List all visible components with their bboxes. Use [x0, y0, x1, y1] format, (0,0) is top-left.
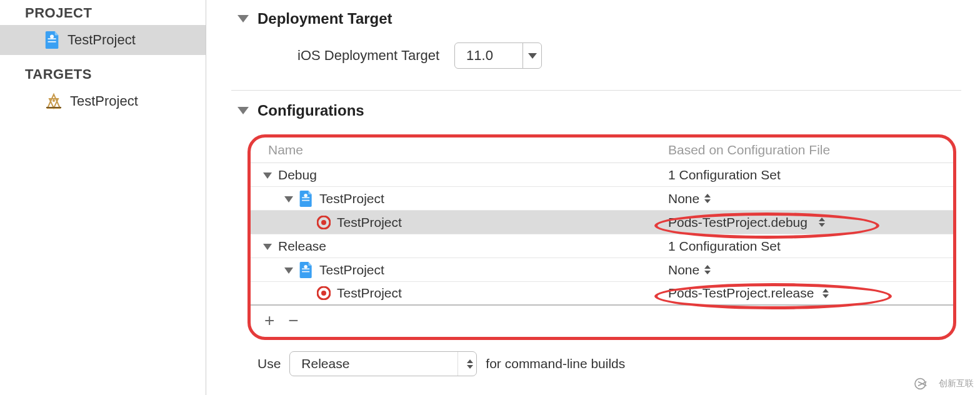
project-navigator: PROJECT TestProject TARGETS TestProject — [0, 0, 206, 395]
project-name: TestProject — [68, 32, 136, 48]
project-item[interactable]: TestProject — [0, 25, 206, 55]
config-value: None — [668, 191, 699, 206]
svg-point-6 — [915, 379, 926, 389]
editor-area: Deployment Target iOS Deployment Target … — [206, 0, 980, 395]
disclosure-triangle-icon — [263, 172, 272, 179]
config-name: Debug — [278, 168, 317, 182]
config-row-project[interactable]: TestProject None — [251, 258, 953, 282]
column-based-on: Based on Configuration File — [668, 142, 830, 158]
updown-stepper-icon[interactable] — [822, 289, 829, 298]
use-label: Use — [258, 356, 281, 371]
watermark: 创新互联 — [914, 378, 974, 390]
config-value: Pods-TestProject.release — [668, 286, 814, 301]
config-row-debug[interactable]: Debug 1 Configuration Set — [251, 163, 953, 187]
bullseye-icon — [317, 286, 331, 300]
configurations-section-header[interactable]: Configurations — [238, 102, 961, 119]
build-configuration-value: Release — [290, 356, 458, 371]
target-name: TestProject — [70, 93, 138, 109]
remove-configuration-button[interactable]: − — [288, 311, 298, 331]
target-item[interactable]: TestProject — [0, 86, 206, 116]
config-name: TestProject — [319, 191, 384, 206]
xcode-project-icon — [299, 262, 313, 278]
config-row-target-debug[interactable]: TestProject Pods-TestProject.debug — [251, 211, 953, 234]
command-line-build-row: Use Release for command-line builds — [258, 351, 961, 376]
build-configuration-select[interactable]: Release — [289, 351, 477, 376]
bullseye-icon — [317, 216, 331, 229]
updown-stepper-icon[interactable] — [704, 265, 711, 274]
deployment-target-label: iOS Deployment Target — [298, 48, 439, 64]
column-name: Name — [268, 142, 668, 158]
add-configuration-button[interactable]: + — [264, 311, 274, 331]
config-value: 1 Configuration Set — [668, 239, 781, 254]
config-name: TestProject — [319, 262, 384, 278]
config-row-target-release[interactable]: TestProject Pods-TestProject.release — [251, 282, 953, 306]
config-row-release[interactable]: Release 1 Configuration Set — [251, 234, 953, 258]
deployment-target-combo[interactable]: 11.0 — [454, 42, 542, 69]
disclosure-triangle-icon — [263, 244, 272, 250]
updown-stepper-icon[interactable] — [704, 194, 711, 203]
section-divider — [231, 90, 961, 91]
deployment-section-header[interactable]: Deployment Target — [238, 10, 961, 28]
config-value: Pods-TestProject.debug — [668, 215, 808, 230]
config-name: TestProject — [337, 286, 402, 301]
config-row-project[interactable]: TestProject None — [251, 187, 953, 211]
chevron-down-icon — [528, 53, 537, 59]
updown-stepper-icon[interactable] — [819, 218, 825, 227]
project-header: PROJECT — [0, 0, 206, 25]
disclosure-triangle-icon — [284, 196, 293, 202]
updown-stepper-icon — [467, 359, 473, 369]
watermark-text: 创新互联 — [939, 378, 974, 389]
xcode-project-icon — [299, 191, 313, 207]
config-name: Release — [278, 239, 326, 254]
configurations-header-row: Name Based on Configuration File — [251, 138, 953, 163]
disclosure-triangle-icon — [238, 107, 249, 114]
disclosure-triangle-icon — [238, 15, 249, 22]
combo-dropdown-button[interactable] — [522, 43, 541, 68]
configurations-section-title: Configurations — [258, 102, 364, 119]
xcode-project-icon — [45, 31, 60, 49]
config-value: None — [668, 262, 699, 278]
deployment-target-value: 11.0 — [455, 48, 522, 64]
config-name: TestProject — [337, 215, 402, 230]
configurations-highlight-box: Name Based on Configuration File Debug 1… — [248, 134, 956, 340]
use-suffix: for command-line builds — [486, 356, 625, 371]
disclosure-triangle-icon — [284, 268, 293, 274]
deployment-section-title: Deployment Target — [258, 10, 392, 28]
app-target-icon — [45, 92, 62, 110]
config-value: 1 Configuration Set — [668, 168, 781, 182]
targets-header: TARGETS — [0, 55, 206, 86]
